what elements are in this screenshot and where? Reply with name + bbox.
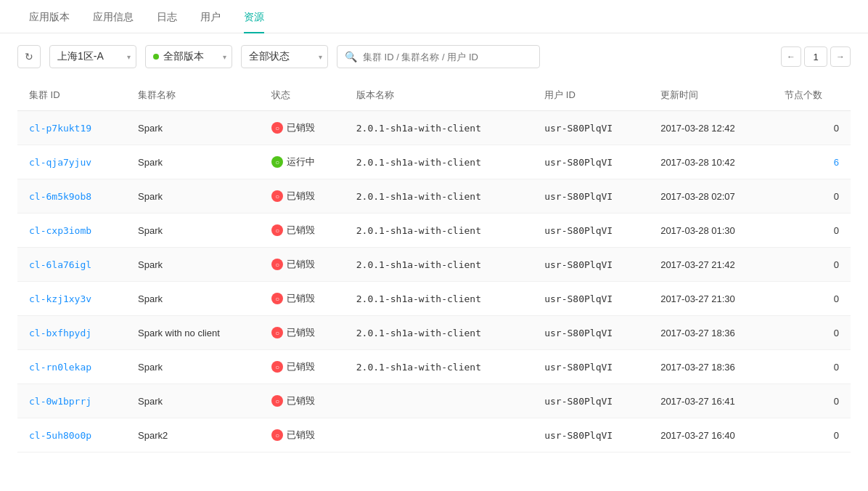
cell-update-time: 2017-03-28 10:42 (649, 145, 773, 179)
cell-node-count: 0 (773, 384, 851, 418)
cell-update-time: 2017-03-27 16:40 (649, 418, 773, 453)
cell-cluster-id: cl-6m5k9ob8 (17, 179, 126, 214)
cell-status: ○已销毁 (260, 214, 345, 248)
destroyed-icon: ○ (271, 395, 283, 407)
destroyed-icon: ○ (271, 361, 283, 373)
cluster-id-link[interactable]: cl-bxfhpydj (29, 328, 91, 338)
cell-cluster-name: Spark (126, 350, 260, 384)
cell-cluster-name: Spark2 (126, 418, 260, 453)
version-label: 全部版本 (163, 50, 204, 63)
cell-cluster-id: cl-qja7yjuv (17, 145, 126, 179)
cell-cluster-id: cl-bxfhpydj (17, 316, 126, 350)
version-select-wrapper: 全部版本 ▾ (145, 45, 232, 68)
cluster-id-link[interactable]: cl-6m5k9ob8 (29, 191, 91, 202)
nav-item-logs[interactable]: 日志 (145, 0, 189, 33)
status-label: 已销毁 (287, 224, 315, 237)
search-icon: 🔍 (345, 51, 357, 62)
prev-page-button[interactable]: ← (781, 46, 801, 67)
nav-item-users[interactable]: 用户 (189, 0, 232, 33)
cell-status: ○已销毁 (260, 316, 345, 350)
cell-update-time: 2017-03-28 12:42 (649, 111, 773, 145)
status-label: 已销毁 (287, 258, 315, 271)
th-user-id: 用户 ID (533, 80, 649, 111)
region-select-wrapper: 上海1区-A ▾ (49, 45, 136, 68)
table-row: cl-cxp3iombSpark○已销毁2.0.1-sh1a-with-clie… (17, 214, 851, 248)
cell-user-id: usr-S80PlqVI (533, 316, 649, 350)
status-label: 已销毁 (287, 394, 315, 407)
status-label: 已销毁 (287, 429, 315, 442)
cell-version (345, 384, 533, 418)
cell-version (345, 418, 533, 453)
nav-item-resources[interactable]: 资源 (232, 0, 276, 33)
region-label: 上海1区-A (57, 50, 104, 63)
running-icon: ○ (271, 156, 283, 168)
cell-cluster-id: cl-5uh80o0p (17, 418, 126, 453)
cluster-id-link[interactable]: cl-qja7yjuv (29, 157, 91, 168)
cell-update-time: 2017-03-27 18:36 (649, 316, 773, 350)
cell-user-id: usr-S80PlqVI (533, 111, 649, 145)
destroyed-icon: ○ (271, 327, 283, 338)
nav-item-app-version[interactable]: 应用版本 (17, 0, 81, 33)
cluster-id-link[interactable]: cl-0w1bprrj (29, 396, 91, 407)
cell-user-id: usr-S80PlqVI (533, 384, 649, 418)
cell-cluster-name: Spark with no client (126, 316, 260, 350)
version-select[interactable]: 全部版本 (145, 45, 232, 68)
search-box[interactable]: 🔍 (337, 45, 540, 68)
cell-update-time: 2017-03-28 02:07 (649, 179, 773, 214)
version-dot (153, 54, 159, 60)
status-label: 已销毁 (287, 326, 315, 339)
cell-user-id: usr-S80PlqVI (533, 248, 649, 282)
clusters-table: 集群 ID 集群名称 状态 版本名称 用户 ID 更新时间 节点个数 cl-p7… (17, 80, 851, 453)
cell-update-time: 2017-03-27 21:30 (649, 282, 773, 316)
cluster-id-link[interactable]: cl-5uh80o0p (29, 430, 91, 441)
table-row: cl-0w1bprrjSpark○已销毁usr-S80PlqVI2017-03-… (17, 384, 851, 418)
cell-cluster-name: Spark (126, 214, 260, 248)
next-page-button[interactable]: → (830, 46, 851, 67)
cell-status: ○已销毁 (260, 248, 345, 282)
cluster-id-link[interactable]: cl-kzj1xy3v (29, 293, 91, 304)
top-navigation: 应用版本 应用信息 日志 用户 资源 (0, 0, 868, 33)
cell-user-id: usr-S80PlqVI (533, 350, 649, 384)
cell-node-count: 0 (773, 350, 851, 384)
cluster-id-link[interactable]: cl-rn0lekap (29, 362, 91, 373)
table-row: cl-5uh80o0pSpark2○已销毁usr-S80PlqVI2017-03… (17, 418, 851, 453)
cell-version: 2.0.1-sh1a-with-client (345, 248, 533, 282)
cell-version: 2.0.1-sh1a-with-client (345, 145, 533, 179)
th-update-time: 更新时间 (649, 80, 773, 111)
table-row: cl-p7kukt19Spark○已销毁2.0.1-sh1a-with-clie… (17, 111, 851, 145)
cell-node-count: 0 (773, 418, 851, 453)
status-label: 已销毁 (287, 292, 315, 305)
nav-item-app-info[interactable]: 应用信息 (81, 0, 145, 33)
cell-status: ○已销毁 (260, 384, 345, 418)
cell-update-time: 2017-03-27 16:41 (649, 384, 773, 418)
table-row: cl-kzj1xy3vSpark○已销毁2.0.1-sh1a-with-clie… (17, 282, 851, 316)
cell-cluster-name: Spark (126, 145, 260, 179)
cell-version: 2.0.1-sh1a-with-client (345, 316, 533, 350)
cell-cluster-name: Spark (126, 282, 260, 316)
th-status: 状态 (260, 80, 345, 111)
region-select[interactable]: 上海1区-A (49, 45, 136, 68)
cluster-id-link[interactable]: cl-cxp3iomb (29, 225, 91, 236)
cluster-id-link[interactable]: cl-p7kukt19 (29, 123, 91, 134)
status-select[interactable]: 全部状态 (241, 45, 328, 68)
cell-version: 2.0.1-sh1a-with-client (345, 179, 533, 214)
cell-cluster-name: Spark (126, 111, 260, 145)
table-row: cl-bxfhpydjSpark with no client○已销毁2.0.1… (17, 316, 851, 350)
cell-user-id: usr-S80PlqVI (533, 145, 649, 179)
cell-version: 2.0.1-sh1a-with-client (345, 111, 533, 145)
status-label: 已销毁 (287, 190, 315, 203)
refresh-button[interactable]: ↻ (17, 45, 41, 68)
cell-status: ○已销毁 (260, 350, 345, 384)
cell-node-count: 0 (773, 248, 851, 282)
cell-version: 2.0.1-sh1a-with-client (345, 214, 533, 248)
cell-cluster-id: cl-cxp3iomb (17, 214, 126, 248)
destroyed-icon: ○ (271, 429, 283, 441)
cluster-id-link[interactable]: cl-6la76igl (29, 259, 91, 270)
cell-update-time: 2017-03-27 18:36 (649, 350, 773, 384)
table-row: cl-6m5k9ob8Spark○已销毁2.0.1-sh1a-with-clie… (17, 179, 851, 214)
cell-node-count: 0 (773, 282, 851, 316)
search-input[interactable] (363, 52, 532, 62)
status-label: 已销毁 (287, 121, 315, 134)
cell-status: ○已销毁 (260, 179, 345, 214)
cell-cluster-id: cl-6la76igl (17, 248, 126, 282)
